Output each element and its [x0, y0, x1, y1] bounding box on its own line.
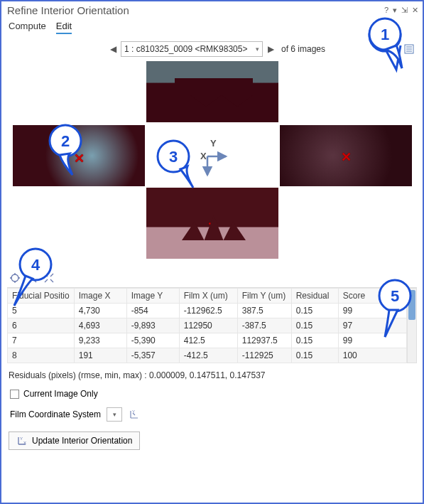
- column-header[interactable]: Residual: [291, 289, 338, 304]
- fiducial-table: Fiducial Positio Image X Image Y Film X …: [7, 288, 407, 363]
- svg-text:Y: Y: [20, 436, 23, 441]
- next-image-button[interactable]: ▶: [266, 44, 276, 54]
- table-row[interactable]: 7 9,233 -5,390 412.5 112937.5 0.15 99: [8, 333, 407, 348]
- svg-text:Y: Y: [210, 138, 217, 149]
- table-row[interactable]: 6 4,693 -9,893 112950 -387.5 0.15 97: [8, 318, 407, 333]
- svg-text:X: X: [23, 441, 26, 445]
- prev-image-button[interactable]: ◀: [108, 44, 118, 54]
- table-scrollbar[interactable]: [407, 288, 417, 363]
- close-icon[interactable]: ✕: [412, 6, 418, 15]
- column-header[interactable]: Film Y (um): [237, 289, 291, 304]
- window-title: Refine Interior Orientation: [7, 4, 384, 16]
- fiducial-center[interactable]: X Y: [146, 125, 278, 186]
- svg-point-5: [11, 274, 18, 282]
- current-image-only-checkbox[interactable]: [10, 390, 19, 399]
- image-nav: ◀ 1 : c810325_0009 <RMK98305> ▾ ▶ of 6 i…: [1, 38, 423, 61]
- table-header-row: Fiducial Positio Image X Image Y Film X …: [8, 289, 407, 304]
- column-header[interactable]: Image Y: [126, 289, 179, 304]
- current-image-only-label: Current Image Only: [23, 389, 98, 399]
- chevron-down-icon: ▾: [256, 45, 259, 53]
- fiducial-mark-icon: ✕: [74, 151, 85, 166]
- zoom-in-icon[interactable]: [26, 272, 38, 284]
- fiducial-mark-icon: ✕: [341, 149, 352, 165]
- help-icon[interactable]: ?: [384, 6, 388, 15]
- fiducial-left[interactable]: ✕: [13, 125, 145, 186]
- film-coord-dropdown[interactable]: ▾: [107, 407, 122, 422]
- image-selector-label: 1 : c810325_0009 <RMK98305>: [124, 44, 247, 54]
- image-count-label: of 6 images: [281, 44, 325, 54]
- fiducial-top[interactable]: ✕: [146, 61, 278, 122]
- current-image-only-row: Current Image Only: [1, 385, 423, 403]
- svg-text:X: X: [200, 151, 207, 161]
- filter-icon[interactable]: [386, 43, 398, 55]
- update-button-label: Update Interior Orientation: [32, 436, 132, 446]
- center-target-icon[interactable]: [9, 272, 21, 284]
- scrollbar-thumb[interactable]: [408, 290, 415, 320]
- image-selector[interactable]: 1 : c810325_0009 <RMK98305> ▾: [121, 41, 263, 57]
- column-header[interactable]: Film X (um): [179, 289, 237, 304]
- menu-edit[interactable]: Edit: [56, 21, 72, 34]
- fiducial-right[interactable]: ✕: [280, 125, 412, 186]
- update-icon: Y X: [16, 435, 28, 446]
- fiducial-table-wrap: Fiducial Positio Image X Image Y Film X …: [7, 287, 417, 363]
- fiducial-preview: ✕ ✕ X Y ✕ ✕: [6, 61, 418, 267]
- update-interior-orientation-button[interactable]: Y X Update Interior Orientation: [9, 431, 140, 450]
- dropdown-icon[interactable]: ▾: [393, 6, 397, 15]
- residuals-summary: Residuals (pixels) (rmse, min, max) : 0.…: [1, 363, 423, 385]
- fiducial-mark-icon: ✕: [207, 82, 218, 98]
- menu-compute[interactable]: Compute: [9, 21, 46, 34]
- table-row[interactable]: 8 191 -5,357 -412.5 -112925 0.15 100: [8, 348, 407, 363]
- film-coord-apply-icon[interactable]: Y: [128, 408, 141, 421]
- fiducial-bottom[interactable]: ✕: [146, 188, 278, 259]
- column-header[interactable]: Fiducial Positio: [8, 289, 75, 304]
- zoom-toolbar: [1, 267, 423, 287]
- titlebar: Refine Interior Orientation ? ▾ ⇲ ✕: [1, 1, 423, 18]
- film-coord-label: Film Coordinate System: [10, 409, 101, 419]
- fiducial-mark-icon: ✕: [207, 219, 218, 235]
- film-coord-row: Film Coordinate System ▾ Y: [1, 403, 423, 429]
- column-header[interactable]: Image X: [74, 289, 126, 304]
- menubar: Compute Edit: [1, 18, 423, 38]
- svg-text:Y: Y: [132, 409, 135, 414]
- zoom-out-icon[interactable]: [43, 272, 55, 284]
- column-header[interactable]: Score: [338, 289, 406, 304]
- settings-icon[interactable]: [403, 43, 415, 55]
- table-row[interactable]: 5 4,730 -854 -112962.5 387.5 0.15 99: [8, 304, 407, 318]
- autohide-icon[interactable]: ⇲: [401, 6, 408, 15]
- axes-icon: X Y: [186, 135, 229, 180]
- window-controls: ? ▾ ⇲ ✕: [384, 6, 418, 15]
